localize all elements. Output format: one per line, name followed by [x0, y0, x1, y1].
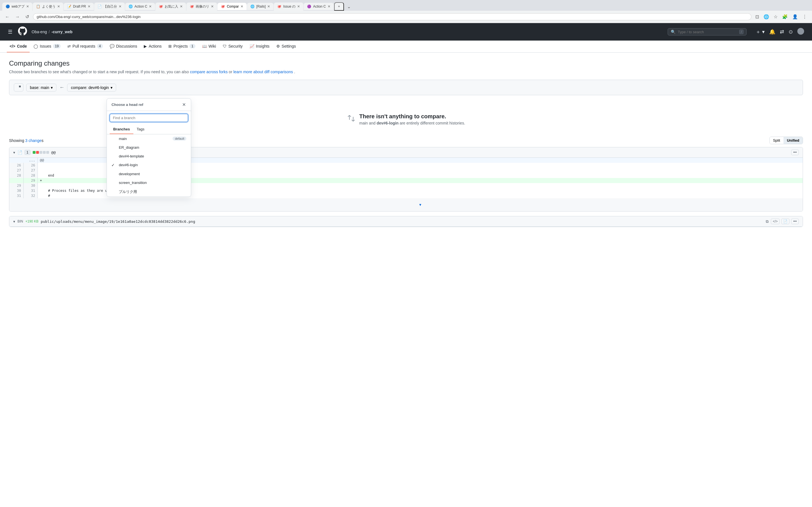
back-button[interactable]: ←: [3, 13, 11, 20]
file1-icon: 📄: [17, 150, 22, 155]
profile-button[interactable]: 👤: [791, 13, 800, 20]
nav-discussions[interactable]: 💬 Discussions: [107, 41, 140, 52]
tab-compare[interactable]: 🐙 Compar ✕: [217, 3, 247, 10]
unified-view-button[interactable]: Unified: [783, 137, 803, 144]
tab-action-c1[interactable]: 🌐 Action C ✕: [125, 3, 155, 10]
repo-link[interactable]: -curry_web: [51, 30, 72, 34]
repo-nav: </> Code ◯ Issues 19 ⇄ Pull requests 4 💬…: [0, 41, 812, 53]
branch-item-screen[interactable]: screen_transition: [107, 178, 191, 187]
nav-insights[interactable]: 📈 Insights: [247, 41, 272, 52]
compare-bar: base: main ▾ ← compare: dev#6-login ▾ Ch…: [9, 80, 803, 95]
pull-request-button[interactable]: ⇄: [779, 27, 785, 36]
file1-dots-button[interactable]: •••: [791, 150, 799, 155]
base-branch-label: base: main: [30, 86, 49, 90]
diff-expand-button[interactable]: ▼: [9, 198, 803, 211]
dropdown-close-button[interactable]: ✕: [182, 101, 186, 108]
tags-tab[interactable]: Tags: [133, 125, 148, 134]
code-icon: </>: [10, 44, 15, 48]
translate-button[interactable]: 🌐: [762, 13, 771, 20]
stat-neutral2: [43, 151, 46, 154]
file2-dots-button[interactable]: •••: [791, 219, 799, 224]
tab-gazou[interactable]: 🐙 画像のリ ✕: [186, 3, 217, 11]
tab-draft[interactable]: 📝 Draft PR ✕: [64, 3, 94, 10]
nav-projects[interactable]: ⊞ Projects 1: [165, 41, 198, 52]
nav-security[interactable]: 🛡 Security: [220, 41, 246, 52]
branch-item-main[interactable]: main default: [107, 134, 191, 143]
branch-name-screen: screen_transition: [119, 180, 147, 185]
branch-item-pullreq[interactable]: プルリク用: [107, 187, 191, 196]
page-desc-end: .: [294, 69, 295, 74]
diff-view-toggle: Split Unified: [769, 136, 803, 144]
line-num-old-28: 28: [9, 173, 23, 178]
new-tab-button[interactable]: +: [334, 2, 344, 11]
nav-wiki[interactable]: 📖 Wiki: [199, 41, 219, 52]
dropdown-header: Choose a head ref ✕: [107, 99, 191, 111]
org-link[interactable]: Oba-eng: [32, 30, 47, 34]
compare-branch-button[interactable]: compare: dev#6-login ▾: [67, 83, 116, 92]
branch-item-dev4[interactable]: dev#4-template: [107, 152, 191, 161]
tab-webappu[interactable]: 🔵 webアプ ✕: [2, 3, 33, 11]
url-text: github.com/Oba-eng/-curry_web/compare/ma…: [37, 15, 748, 19]
line-num-new-27: 27: [23, 168, 38, 173]
url-bar[interactable]: github.com/Oba-eng/-curry_web/compare/ma…: [33, 13, 751, 20]
swap-button[interactable]: [14, 83, 23, 92]
plus-button[interactable]: ＋ ▾: [755, 27, 766, 36]
bookmark-button[interactable]: ☆: [772, 13, 779, 20]
page-desc-or: or: [229, 69, 233, 74]
refresh-button[interactable]: ↺: [24, 13, 31, 20]
file1-expand-button[interactable]: ▾: [13, 151, 15, 155]
tab-okini[interactable]: 🐙 お気に入 ✕: [155, 3, 186, 11]
split-view-button[interactable]: Split: [770, 137, 783, 144]
line-num-old-27: 27: [9, 168, 23, 173]
branch-item-development[interactable]: development: [107, 170, 191, 178]
file1-stat: [33, 151, 49, 154]
base-branch-button[interactable]: base: main ▾: [26, 83, 56, 92]
no-compare-text: There isn't anything to compare. main an…: [359, 113, 465, 125]
screen-share-button[interactable]: ⊡: [754, 13, 761, 20]
learn-more-link[interactable]: learn more about diff comparisons: [234, 69, 293, 74]
changes-link[interactable]: 3 change: [26, 138, 42, 143]
nav-settings[interactable]: ⚙ Settings: [273, 41, 299, 52]
showing-suffix: s: [42, 138, 43, 143]
nav-issues[interactable]: ◯ Issues 19: [31, 41, 63, 52]
showing-text: Showing 3 changes: [9, 138, 43, 143]
tab-yoku[interactable]: 📋 よく使う ✕: [33, 3, 63, 11]
pull-requests-icon: ⇄: [67, 44, 71, 48]
nav-code[interactable]: </> Code: [7, 41, 30, 52]
menu-button[interactable]: ⋮: [801, 13, 809, 20]
issues-button[interactable]: ⊙: [788, 27, 794, 36]
branch-item-er-diagram[interactable]: ER_diagram: [107, 143, 191, 152]
default-badge: default: [172, 136, 186, 140]
no-compare-desc: main and dev#6-login are entirely differ…: [359, 121, 465, 125]
file2-copy-icon[interactable]: ⧉: [766, 219, 769, 224]
breadcrumb-separator: /: [49, 30, 50, 34]
search-input[interactable]: [678, 30, 737, 34]
tab-overflow-button[interactable]: ⌄: [345, 3, 352, 10]
find-branch-input[interactable]: [110, 114, 188, 122]
forward-button[interactable]: →: [13, 13, 21, 20]
nav-actions-label: Actions: [149, 44, 161, 48]
avatar-button[interactable]: [796, 27, 805, 37]
arrow-separator: ←: [59, 84, 64, 91]
file2-doc-button[interactable]: 📄: [781, 219, 790, 224]
branches-tab[interactable]: Branches: [110, 125, 133, 134]
branch-item-dev6[interactable]: ✓ dev#6-login: [107, 161, 191, 170]
tab-jiko[interactable]: 📄 【自己分 ✕: [94, 3, 125, 11]
file2-code-button[interactable]: </>: [771, 219, 779, 224]
compare-across-forks-link[interactable]: compare across forks: [190, 69, 228, 74]
tab-issue[interactable]: 🐙 Issue の ✕: [274, 3, 303, 11]
tab-action-c2[interactable]: 🟣 Action C ✕: [304, 3, 334, 10]
notification-button[interactable]: 🔔: [768, 27, 776, 36]
nav-actions[interactable]: ▶ Actions: [141, 41, 164, 52]
dropdown-tabs: Branches Tags: [107, 125, 191, 134]
hamburger-menu-button[interactable]: ☰: [7, 27, 13, 36]
extension-button[interactable]: 🧩: [780, 13, 790, 20]
branch-name-er: ER_diagram: [119, 145, 139, 150]
tab-rails[interactable]: 🌐 [Rails] ✕: [247, 3, 273, 10]
branch-name-main: main: [119, 136, 126, 141]
dropdown-search: [107, 111, 191, 125]
diff-file-2: ▾ BIN +190 KB public/uploads/menu/menu_i…: [9, 216, 803, 227]
file2-expand-button[interactable]: ▾: [13, 219, 15, 224]
nav-projects-label: Projects: [173, 44, 188, 48]
nav-pull-requests[interactable]: ⇄ Pull requests 4: [64, 41, 106, 52]
